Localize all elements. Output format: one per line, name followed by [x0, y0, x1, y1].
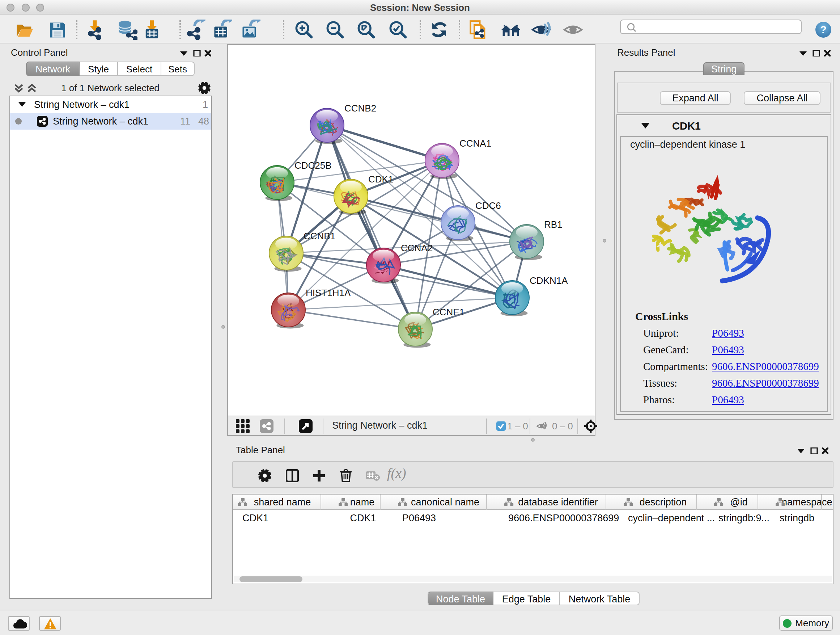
svg-text:CDC25B: CDC25B	[294, 160, 332, 171]
svg-text:CCNB2: CCNB2	[344, 103, 376, 114]
svg-text:CCNB1: CCNB1	[303, 231, 335, 241]
svg-text:CDK1: CDK1	[368, 174, 393, 185]
svg-text:CCNE1: CCNE1	[433, 307, 464, 318]
svg-text:HIST1H1A: HIST1H1A	[306, 287, 351, 298]
svg-text:CCNA1: CCNA1	[459, 138, 491, 149]
svg-text:CDC6: CDC6	[475, 200, 501, 211]
svg-text:RB1: RB1	[544, 219, 562, 230]
svg-text:CCNA2: CCNA2	[401, 242, 433, 253]
svg-text:CDKN1A: CDKN1A	[530, 275, 568, 286]
